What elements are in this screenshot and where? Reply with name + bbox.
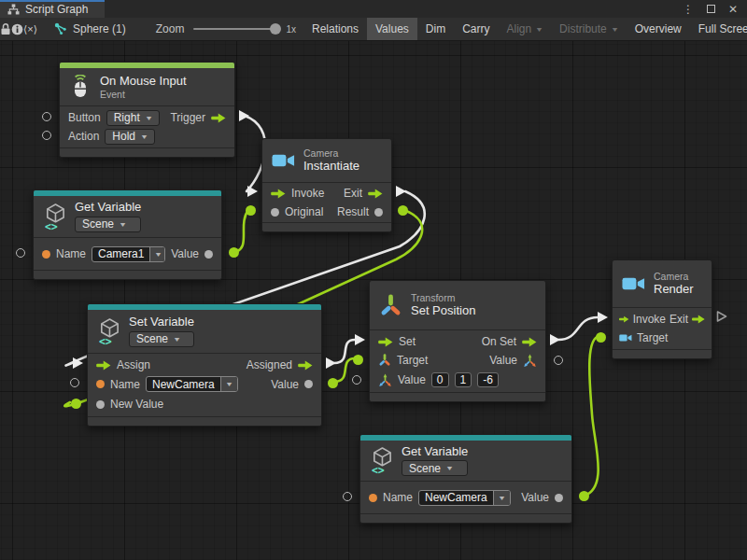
zoom-slider-handle[interactable] [270,23,281,35]
set-label: Set [399,335,416,348]
vector-x-field[interactable]: 0 [431,372,449,387]
flow-arrow-icon [298,360,313,371]
tab-bar: Script Graph ⋮ ✕ [0,0,747,18]
node-camera-instantiate[interactable]: Camera Instantiate Invoke Exit Original … [261,138,392,232]
node-camera-render[interactable]: Camera Render Invoke Exit Target [612,259,712,359]
unity-variable-icon [370,446,393,475]
code-preview-button[interactable]: ⟨×⟩ [23,18,37,40]
trigger-label: Trigger [170,111,205,124]
lock-button[interactable] [0,18,11,40]
dropdown-caret-icon: ▼ [145,115,153,121]
port-value-output[interactable] [328,378,338,388]
result-port-dot [374,208,383,217]
align-dropdown[interactable]: Align▼ [498,18,551,40]
close-icon[interactable]: ✕ [728,4,738,15]
variable-name-field[interactable]: Camera1 ▼ [92,246,165,262]
variable-scope-dropdown[interactable]: Scene ▼ [129,331,194,347]
vector-y-field[interactable]: 1 [455,372,472,387]
carry-button[interactable]: Carry [454,18,498,40]
fullscreen-button[interactable]: Full Screen [690,18,747,40]
port-trigger-output[interactable] [239,110,249,121]
button-label: Button [68,111,101,124]
exit-label: Exit [344,187,362,200]
variable-name-field[interactable]: NewCamera ▼ [418,490,511,506]
port-value-output[interactable] [579,491,589,501]
port-new-value-input[interactable] [71,399,81,409]
window-menu-icon[interactable]: ⋮ [683,4,694,15]
zoom-slider-track[interactable] [193,28,279,30]
node-set-variable-newcamera[interactable]: Set Variable Scene ▼ Assign Assigned Nam… [87,303,322,427]
variable-picker-button[interactable]: ▼ [493,491,510,505]
port-name-input[interactable] [70,378,79,387]
target-label: Target [637,331,668,344]
node-title: On Mouse Input [100,75,187,88]
breadcrumb[interactable]: Sphere (1) [54,18,126,40]
assigned-label: Assigned [247,358,292,371]
variable-name-field[interactable]: NewCamera ▼ [146,376,238,392]
vector-z-field[interactable]: -6 [477,372,499,387]
node-caption: Camera [303,148,359,159]
port-button-input[interactable] [42,112,51,121]
invoke-label: Invoke [633,313,666,326]
node-title: Get Variable [402,445,468,458]
distribute-dropdown[interactable]: Distribute▼ [551,18,627,40]
node-transform-set-position[interactable]: Transform Set Position Set On Set Target… [369,280,546,402]
camera-mini-icon [619,333,632,343]
node-caption: Transform [411,293,475,303]
flow-arrow-icon [368,189,383,199]
port-invoke-input[interactable] [247,186,258,197]
port-exit-output[interactable] [396,186,406,197]
original-port-dot [271,208,279,217]
overview-button[interactable]: Overview [627,18,690,40]
values-button[interactable]: Values [367,18,417,40]
variable-picker-button[interactable]: ▼ [220,377,237,391]
variable-scope-dropdown[interactable]: Scene ▼ [75,217,141,232]
port-exit-output[interactable] [716,310,727,327]
node-on-mouse-input[interactable]: On Mouse Input Event Button Right ▼ Trig… [59,62,235,158]
port-name-input[interactable] [343,492,352,501]
mouse-action-dropdown[interactable]: Hold ▼ [105,129,155,145]
wire-camera1-to-original [233,210,248,252]
exit-label: Exit [669,313,688,326]
wire-assigned-to-set [334,340,355,363]
name-port-dot [42,250,50,259]
relations-button[interactable]: Relations [303,18,367,40]
value-label: Value [521,491,549,504]
port-set-input[interactable] [355,334,365,345]
dim-button[interactable]: Dim [417,18,454,40]
transform-icon [379,294,402,317]
tab-title: Script Graph [25,3,88,16]
port-target-input[interactable] [596,332,606,343]
maximize-icon[interactable] [707,5,715,13]
tab-script-graph[interactable]: Script Graph [0,0,105,18]
port-assign-input[interactable] [73,357,83,369]
port-assigned-output[interactable] [326,357,336,369]
action-label: Action [68,130,99,143]
node-get-variable-camera1[interactable]: Get Variable Scene ▼ Name Camera1 ▼ Valu… [33,189,222,280]
value-port-dot [204,250,213,259]
script-graph-icon [7,4,20,15]
variable-scope-dropdown[interactable]: Scene ▼ [402,460,468,476]
original-label: Original [285,205,323,218]
port-invoke-input[interactable] [598,312,608,323]
dropdown-caret-icon: ▼ [225,381,233,387]
port-name-input[interactable] [16,248,25,258]
node-title: Set Variable [129,315,194,329]
inspector-button[interactable] [11,18,23,40]
port-action-input[interactable] [42,131,51,140]
mouse-button-dropdown[interactable]: Right ▼ [106,110,160,126]
zoom-slider[interactable] [193,18,279,40]
port-original-input[interactable] [246,205,256,216]
port-value-output[interactable] [554,356,563,365]
variable-picker-button[interactable]: ▼ [149,247,165,261]
port-target-input[interactable] [353,355,363,365]
port-value-output[interactable] [229,247,239,258]
mouse-icon [69,75,92,99]
port-result-output[interactable] [398,205,408,216]
graph-canvas[interactable]: On Mouse Input Event Button Right ▼ Trig… [0,41,747,560]
port-on-set-output[interactable] [550,334,560,345]
flow-arrow-icon [522,337,537,347]
zoom-label: Zoom [156,22,185,35]
node-get-variable-newcamera[interactable]: Get Variable Scene ▼ Name NewCamera ▼ Va… [359,434,572,524]
port-value-input[interactable] [352,375,361,385]
